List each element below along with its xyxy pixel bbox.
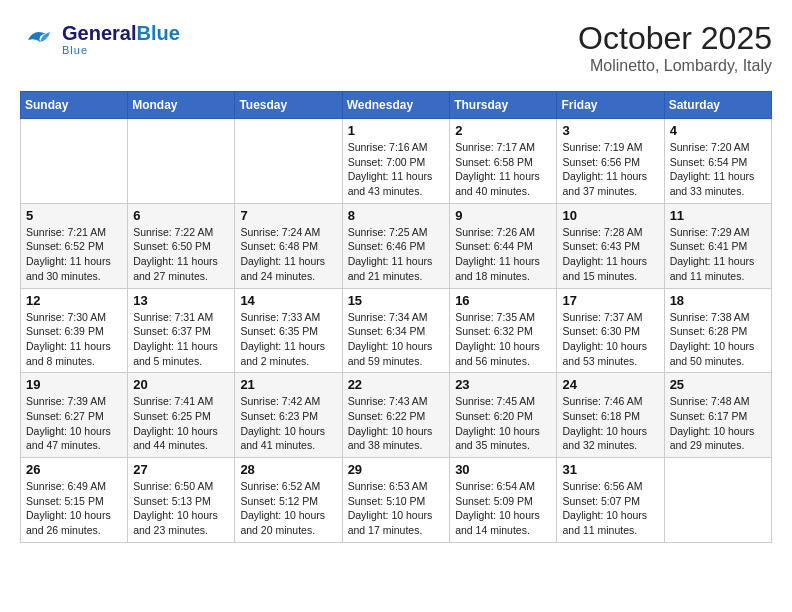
day-number: 27 [133, 462, 229, 477]
day-number: 5 [26, 208, 122, 223]
logo: GeneralBlue Blue [20, 20, 180, 58]
table-row: 23Sunrise: 7:45 AM Sunset: 6:20 PM Dayli… [450, 373, 557, 458]
day-info: Sunrise: 7:25 AM Sunset: 6:46 PM Dayligh… [348, 225, 445, 284]
table-row: 15Sunrise: 7:34 AM Sunset: 6:34 PM Dayli… [342, 288, 450, 373]
day-number: 13 [133, 293, 229, 308]
table-row: 7Sunrise: 7:24 AM Sunset: 6:48 PM Daylig… [235, 203, 342, 288]
table-row [664, 458, 771, 543]
day-info: Sunrise: 7:28 AM Sunset: 6:43 PM Dayligh… [562, 225, 658, 284]
table-row: 5Sunrise: 7:21 AM Sunset: 6:52 PM Daylig… [21, 203, 128, 288]
day-number: 8 [348, 208, 445, 223]
day-number: 21 [240, 377, 336, 392]
day-number: 29 [348, 462, 445, 477]
page-header: GeneralBlue Blue October 2025 Molinetto,… [20, 20, 772, 75]
col-wednesday: Wednesday [342, 92, 450, 119]
table-row: 21Sunrise: 7:42 AM Sunset: 6:23 PM Dayli… [235, 373, 342, 458]
table-row: 28Sunrise: 6:52 AM Sunset: 5:12 PM Dayli… [235, 458, 342, 543]
col-saturday: Saturday [664, 92, 771, 119]
table-row: 26Sunrise: 6:49 AM Sunset: 5:15 PM Dayli… [21, 458, 128, 543]
day-info: Sunrise: 7:43 AM Sunset: 6:22 PM Dayligh… [348, 394, 445, 453]
table-row [21, 119, 128, 204]
col-sunday: Sunday [21, 92, 128, 119]
day-number: 1 [348, 123, 445, 138]
table-row: 18Sunrise: 7:38 AM Sunset: 6:28 PM Dayli… [664, 288, 771, 373]
day-info: Sunrise: 7:41 AM Sunset: 6:25 PM Dayligh… [133, 394, 229, 453]
table-row: 11Sunrise: 7:29 AM Sunset: 6:41 PM Dayli… [664, 203, 771, 288]
day-number: 3 [562, 123, 658, 138]
day-number: 16 [455, 293, 551, 308]
table-row: 31Sunrise: 6:56 AM Sunset: 5:07 PM Dayli… [557, 458, 664, 543]
table-row: 2Sunrise: 7:17 AM Sunset: 6:58 PM Daylig… [450, 119, 557, 204]
table-row: 4Sunrise: 7:20 AM Sunset: 6:54 PM Daylig… [664, 119, 771, 204]
day-info: Sunrise: 7:21 AM Sunset: 6:52 PM Dayligh… [26, 225, 122, 284]
table-row: 16Sunrise: 7:35 AM Sunset: 6:32 PM Dayli… [450, 288, 557, 373]
day-number: 4 [670, 123, 766, 138]
location-subtitle: Molinetto, Lombardy, Italy [578, 57, 772, 75]
day-number: 12 [26, 293, 122, 308]
day-number: 19 [26, 377, 122, 392]
day-number: 20 [133, 377, 229, 392]
table-row: 6Sunrise: 7:22 AM Sunset: 6:50 PM Daylig… [128, 203, 235, 288]
col-friday: Friday [557, 92, 664, 119]
table-row: 14Sunrise: 7:33 AM Sunset: 6:35 PM Dayli… [235, 288, 342, 373]
day-number: 7 [240, 208, 336, 223]
day-info: Sunrise: 7:24 AM Sunset: 6:48 PM Dayligh… [240, 225, 336, 284]
day-number: 17 [562, 293, 658, 308]
calendar-week-5: 26Sunrise: 6:49 AM Sunset: 5:15 PM Dayli… [21, 458, 772, 543]
day-info: Sunrise: 7:16 AM Sunset: 7:00 PM Dayligh… [348, 140, 445, 199]
day-number: 30 [455, 462, 551, 477]
table-row: 27Sunrise: 6:50 AM Sunset: 5:13 PM Dayli… [128, 458, 235, 543]
table-row: 10Sunrise: 7:28 AM Sunset: 6:43 PM Dayli… [557, 203, 664, 288]
day-info: Sunrise: 6:50 AM Sunset: 5:13 PM Dayligh… [133, 479, 229, 538]
logo-general: General [62, 22, 136, 44]
table-row: 12Sunrise: 7:30 AM Sunset: 6:39 PM Dayli… [21, 288, 128, 373]
day-info: Sunrise: 7:38 AM Sunset: 6:28 PM Dayligh… [670, 310, 766, 369]
calendar-header-row: Sunday Monday Tuesday Wednesday Thursday… [21, 92, 772, 119]
day-info: Sunrise: 7:35 AM Sunset: 6:32 PM Dayligh… [455, 310, 551, 369]
logo-blue: Blue [136, 22, 179, 44]
logo-bird-icon [20, 20, 58, 58]
title-block: October 2025 Molinetto, Lombardy, Italy [578, 20, 772, 75]
day-info: Sunrise: 7:26 AM Sunset: 6:44 PM Dayligh… [455, 225, 551, 284]
day-info: Sunrise: 7:20 AM Sunset: 6:54 PM Dayligh… [670, 140, 766, 199]
day-info: Sunrise: 7:34 AM Sunset: 6:34 PM Dayligh… [348, 310, 445, 369]
day-number: 26 [26, 462, 122, 477]
table-row: 25Sunrise: 7:48 AM Sunset: 6:17 PM Dayli… [664, 373, 771, 458]
day-info: Sunrise: 6:54 AM Sunset: 5:09 PM Dayligh… [455, 479, 551, 538]
col-tuesday: Tuesday [235, 92, 342, 119]
table-row: 13Sunrise: 7:31 AM Sunset: 6:37 PM Dayli… [128, 288, 235, 373]
day-info: Sunrise: 7:48 AM Sunset: 6:17 PM Dayligh… [670, 394, 766, 453]
table-row: 17Sunrise: 7:37 AM Sunset: 6:30 PM Dayli… [557, 288, 664, 373]
day-info: Sunrise: 7:17 AM Sunset: 6:58 PM Dayligh… [455, 140, 551, 199]
table-row: 22Sunrise: 7:43 AM Sunset: 6:22 PM Dayli… [342, 373, 450, 458]
day-number: 15 [348, 293, 445, 308]
day-info: Sunrise: 6:52 AM Sunset: 5:12 PM Dayligh… [240, 479, 336, 538]
day-info: Sunrise: 7:33 AM Sunset: 6:35 PM Dayligh… [240, 310, 336, 369]
calendar-week-4: 19Sunrise: 7:39 AM Sunset: 6:27 PM Dayli… [21, 373, 772, 458]
day-number: 25 [670, 377, 766, 392]
table-row: 24Sunrise: 7:46 AM Sunset: 6:18 PM Dayli… [557, 373, 664, 458]
day-number: 18 [670, 293, 766, 308]
calendar-week-2: 5Sunrise: 7:21 AM Sunset: 6:52 PM Daylig… [21, 203, 772, 288]
table-row: 29Sunrise: 6:53 AM Sunset: 5:10 PM Dayli… [342, 458, 450, 543]
day-info: Sunrise: 7:19 AM Sunset: 6:56 PM Dayligh… [562, 140, 658, 199]
table-row: 8Sunrise: 7:25 AM Sunset: 6:46 PM Daylig… [342, 203, 450, 288]
day-number: 24 [562, 377, 658, 392]
day-info: Sunrise: 7:30 AM Sunset: 6:39 PM Dayligh… [26, 310, 122, 369]
table-row: 30Sunrise: 6:54 AM Sunset: 5:09 PM Dayli… [450, 458, 557, 543]
day-info: Sunrise: 7:39 AM Sunset: 6:27 PM Dayligh… [26, 394, 122, 453]
table-row [128, 119, 235, 204]
day-info: Sunrise: 7:22 AM Sunset: 6:50 PM Dayligh… [133, 225, 229, 284]
day-number: 31 [562, 462, 658, 477]
table-row: 20Sunrise: 7:41 AM Sunset: 6:25 PM Dayli… [128, 373, 235, 458]
table-row: 3Sunrise: 7:19 AM Sunset: 6:56 PM Daylig… [557, 119, 664, 204]
day-info: Sunrise: 7:42 AM Sunset: 6:23 PM Dayligh… [240, 394, 336, 453]
day-info: Sunrise: 7:46 AM Sunset: 6:18 PM Dayligh… [562, 394, 658, 453]
month-year-title: October 2025 [578, 20, 772, 57]
day-number: 23 [455, 377, 551, 392]
day-number: 28 [240, 462, 336, 477]
day-info: Sunrise: 6:56 AM Sunset: 5:07 PM Dayligh… [562, 479, 658, 538]
table-row: 1Sunrise: 7:16 AM Sunset: 7:00 PM Daylig… [342, 119, 450, 204]
calendar-week-1: 1Sunrise: 7:16 AM Sunset: 7:00 PM Daylig… [21, 119, 772, 204]
table-row: 19Sunrise: 7:39 AM Sunset: 6:27 PM Dayli… [21, 373, 128, 458]
